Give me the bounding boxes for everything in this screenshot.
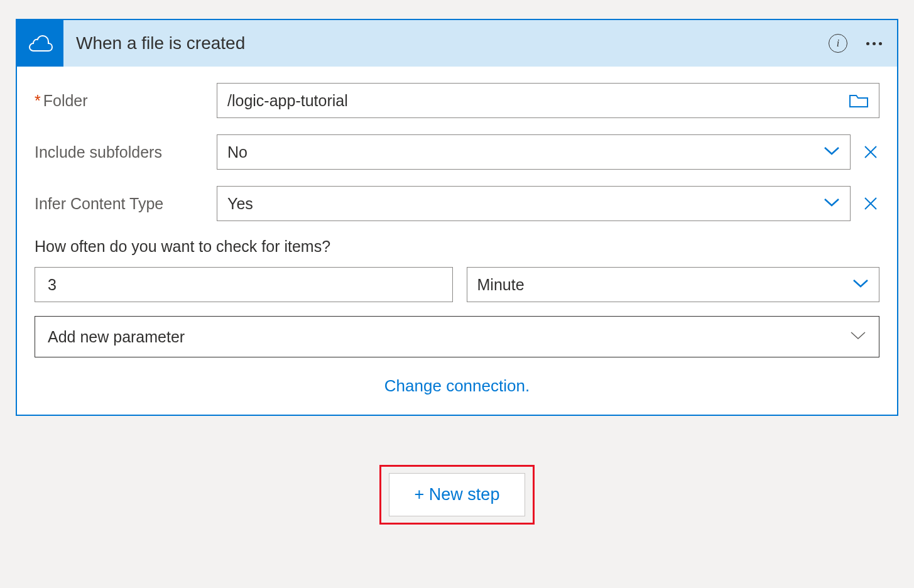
include-subfolders-row: Include subfolders No xyxy=(35,134,879,170)
polling-unit-value: Minute xyxy=(477,276,525,294)
infer-content-type-select[interactable]: Yes xyxy=(217,186,851,221)
chevron-down-icon xyxy=(850,330,866,343)
new-step-container: + New step xyxy=(16,465,898,525)
folder-input[interactable] xyxy=(227,92,849,110)
polling-label: How often do you want to check for items… xyxy=(35,237,879,256)
include-subfolders-select[interactable]: No xyxy=(217,134,851,170)
more-menu-icon[interactable] xyxy=(866,37,882,50)
card-body: *Folder Include subfolders No xyxy=(17,67,897,415)
include-subfolders-wrap: No xyxy=(217,134,879,170)
remove-infer-content-type-icon[interactable] xyxy=(862,196,879,211)
folder-label: *Folder xyxy=(35,92,217,110)
folder-input-wrap xyxy=(217,83,879,118)
header-actions: i xyxy=(829,34,882,53)
card-title: When a file is created xyxy=(76,33,829,53)
required-indicator: * xyxy=(35,92,41,109)
folder-row: *Folder xyxy=(35,83,879,118)
card-header: When a file is created i xyxy=(17,20,897,67)
polling-unit-select[interactable]: Minute xyxy=(467,267,880,302)
chevron-down-icon xyxy=(824,197,840,210)
polling-interval-input[interactable] xyxy=(35,267,453,302)
info-icon[interactable]: i xyxy=(829,34,847,53)
add-parameter-label: Add new parameter xyxy=(48,328,185,346)
chevron-down-icon xyxy=(852,278,869,291)
chevron-down-icon xyxy=(824,146,840,158)
polling-row: Minute xyxy=(35,267,879,302)
include-subfolders-value: No xyxy=(227,143,248,161)
change-connection-wrap: Change connection. xyxy=(35,376,879,396)
infer-content-type-label: Infer Content Type xyxy=(35,195,217,213)
folder-picker-icon[interactable] xyxy=(849,93,869,108)
infer-content-type-row: Infer Content Type Yes xyxy=(35,186,879,221)
new-step-highlight: + New step xyxy=(379,465,535,525)
add-parameter-select[interactable]: Add new parameter xyxy=(35,316,879,357)
infer-content-type-wrap: Yes xyxy=(217,186,879,221)
remove-include-subfolders-icon[interactable] xyxy=(862,144,879,160)
onedrive-icon xyxy=(17,20,63,67)
new-step-button[interactable]: + New step xyxy=(389,473,526,516)
infer-content-type-value: Yes xyxy=(227,195,253,213)
include-subfolders-label: Include subfolders xyxy=(35,143,217,161)
change-connection-link[interactable]: Change connection. xyxy=(384,376,530,395)
trigger-card: When a file is created i *Folder xyxy=(16,19,898,416)
